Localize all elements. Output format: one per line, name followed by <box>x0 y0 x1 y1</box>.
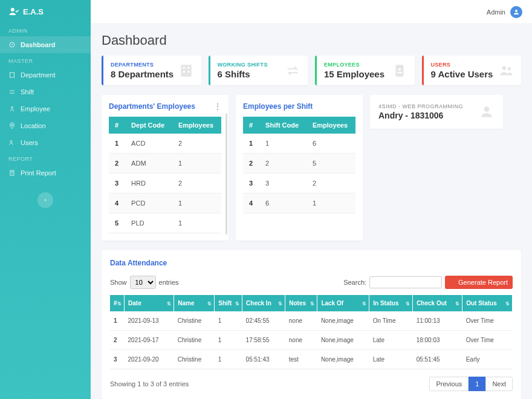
col-header[interactable]: Out Status⇅ <box>462 295 513 311</box>
stats-row: DEPARTMENTS 8 Departments WORKING SHIFTS… <box>102 56 521 85</box>
departments-panel: Departments' Employees ⋮ #Dept CodeEmplo… <box>102 95 229 241</box>
svg-point-18 <box>484 106 490 112</box>
table-row: 32021-09-20Christine105:51:43testNone,im… <box>110 350 513 369</box>
col-header: Shift Code <box>259 117 307 134</box>
svg-point-14 <box>398 68 400 70</box>
shifts-panel: Employees per Shift #Shift CodeEmployees… <box>236 95 363 241</box>
topbar: Admin <box>91 0 532 24</box>
svg-point-0 <box>11 8 15 11</box>
prev-button[interactable]: Previous <box>429 377 469 391</box>
col-header: # <box>109 117 125 134</box>
brand-text: E.A.S <box>23 7 44 16</box>
generate-report-button[interactable]: Generate Report <box>445 276 513 289</box>
table-row: 2ADM1 <box>109 154 221 174</box>
departments-panel-title: Departments' Employees <box>109 102 195 111</box>
col-header[interactable]: Check Out⇅ <box>413 295 462 311</box>
badge-icon <box>392 63 407 79</box>
shifts-panel-title: Employees per Shift <box>243 102 313 111</box>
stat-card: USERS 9 Active Users <box>422 56 522 85</box>
page-size-select[interactable]: 10 <box>130 276 156 289</box>
col-header[interactable]: #⇅ <box>110 295 125 311</box>
scrollbar[interactable] <box>225 113 227 235</box>
table-row: 5PLD1 <box>109 213 221 233</box>
info-subtitle: 4SIMD - WEB PROGRAMMING <box>378 103 463 109</box>
svg-rect-11 <box>183 71 184 73</box>
nav-icon <box>8 105 16 112</box>
person-icon <box>479 104 495 120</box>
svg-point-17 <box>508 67 511 70</box>
svg-point-5 <box>10 141 12 143</box>
table-row: 3HRD2 <box>109 174 221 193</box>
shifts-table: #Shift CodeEmployees 116225332461 <box>243 117 355 213</box>
section-label: ADMIN <box>0 23 91 36</box>
building-icon <box>178 63 194 79</box>
info-card: 4SIMD - WEB PROGRAMMING Andry - 1831006 <box>370 95 503 129</box>
section-label: REPORT <box>0 151 91 164</box>
swap-icon <box>285 63 300 79</box>
table-row: 116 <box>243 134 355 154</box>
sidebar: E.A.S ADMINDashboardMASTERDepartmentShif… <box>0 0 91 399</box>
users-icon <box>498 63 514 79</box>
nav-icon <box>8 139 16 146</box>
nav-print-report[interactable]: Print Report <box>0 164 91 181</box>
stat-label: DEPARTMENTS <box>111 62 174 68</box>
page-title: Dashboard <box>102 33 521 48</box>
col-header: Employees <box>172 117 221 134</box>
svg-rect-2 <box>10 73 15 77</box>
table-row: 4PCD1 <box>109 193 221 213</box>
nav-icon <box>8 41 16 48</box>
departments-table: #Dept CodeEmployees 1ACD22ADM13HRD24PCD1… <box>109 117 221 233</box>
stat-label: EMPLOYEES <box>324 62 384 68</box>
nav-shift[interactable]: Shift <box>0 83 91 100</box>
svg-rect-10 <box>187 66 189 68</box>
nav-department[interactable]: Department <box>0 66 91 83</box>
stat-card: DEPARTMENTS 8 Departments <box>102 56 201 85</box>
nav-dashboard[interactable]: Dashboard <box>0 36 91 53</box>
nav-icon <box>8 169 16 177</box>
col-header[interactable]: Shift⇅ <box>215 295 242 311</box>
brand-logo: E.A.S <box>0 0 91 23</box>
col-header[interactable]: Check In⇅ <box>242 295 285 311</box>
user-icon <box>513 8 520 16</box>
info-name: Andry - 1831006 <box>378 111 463 120</box>
nav-location[interactable]: Location <box>0 117 91 134</box>
entries-label: entries <box>159 279 179 286</box>
col-header[interactable]: Date⇅ <box>125 295 174 311</box>
col-header[interactable]: Notes⇅ <box>285 295 317 311</box>
col-header[interactable]: Lack Of⇅ <box>317 295 369 311</box>
table-row: 461 <box>243 193 355 213</box>
nav-users[interactable]: Users <box>0 134 91 151</box>
search-label: Search: <box>343 279 366 286</box>
nav-employee[interactable]: Employee <box>0 100 91 117</box>
stat-value: 8 Departments <box>111 69 174 79</box>
svg-rect-8 <box>181 65 191 77</box>
table-row: 332 <box>243 174 355 193</box>
nav-icon <box>8 122 16 129</box>
svg-point-4 <box>11 125 13 126</box>
attendance-panel: Data Attendance Show 10 entries Search: … <box>102 250 521 399</box>
next-button[interactable]: Next <box>485 377 513 391</box>
nav-icon <box>8 88 16 96</box>
sidebar-collapse-button[interactable] <box>37 192 53 208</box>
table-row: 12021-09-13Christine102:45:55noneNone,im… <box>110 311 513 331</box>
col-header[interactable]: Name⇅ <box>174 295 215 311</box>
panel-menu-icon[interactable]: ⋮ <box>214 102 221 111</box>
page-1-button[interactable]: 1 <box>469 377 485 391</box>
stat-value: 9 Active Users <box>431 69 493 79</box>
pagination: Previous 1 Next <box>429 377 513 391</box>
svg-rect-12 <box>187 71 189 73</box>
download-icon <box>450 279 456 285</box>
col-header: Dept Code <box>125 117 172 134</box>
svg-rect-15 <box>397 72 402 73</box>
search-input[interactable] <box>369 276 442 288</box>
attendance-table: #⇅Date⇅Name⇅Shift⇅Check In⇅Notes⇅Lack Of… <box>110 295 513 369</box>
topbar-user-label: Admin <box>487 8 505 16</box>
stat-card: EMPLOYEES 15 Employees <box>315 56 415 85</box>
table-row: 1ACD2 <box>109 134 221 154</box>
table-row: 22021-09-17Christine117:58:55noneNone,im… <box>110 331 513 350</box>
show-label: Show <box>110 279 127 286</box>
table-row: 225 <box>243 154 355 174</box>
col-header: Employees <box>307 117 355 134</box>
col-header[interactable]: In Status⇅ <box>369 295 413 311</box>
user-avatar[interactable] <box>510 6 522 18</box>
